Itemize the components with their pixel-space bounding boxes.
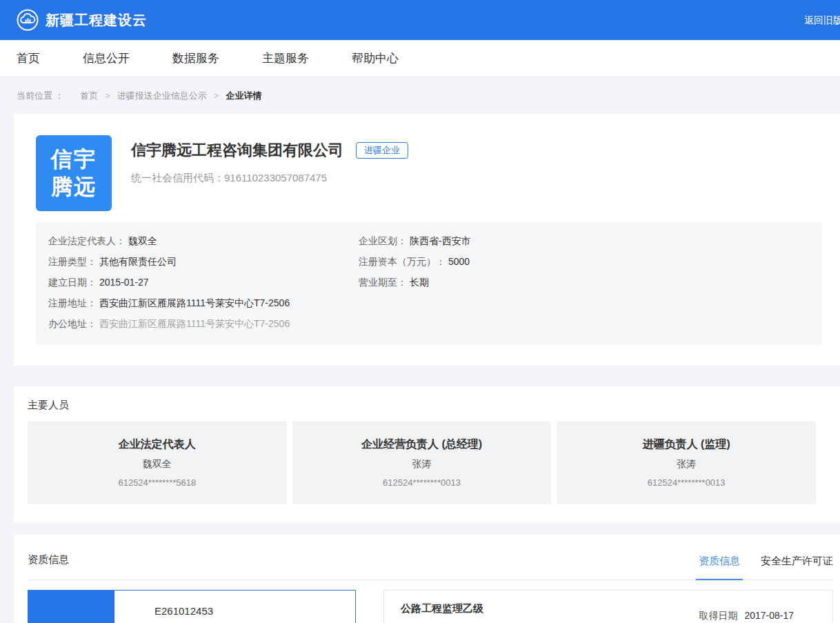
info-row-business-term: 营业期至：长期: [359, 272, 471, 293]
certificate-card[interactable]: E261012453: [28, 590, 356, 623]
date-label: 取得日期: [699, 610, 737, 621]
breadcrumb-enterprise-list[interactable]: 进疆报送企业信息公示: [117, 90, 207, 102]
info-row-establish-date: 建立日期：2015-01-27: [48, 272, 359, 293]
certificate-thumbnail: [28, 591, 114, 623]
company-name: 信宇腾远工程咨询集团有限公司: [131, 140, 343, 161]
qualification-date: 取得日期2017-08-17: [699, 610, 794, 622]
credit-code-label: 统一社会信用代码：: [131, 172, 224, 184]
breadcrumb-separator: >: [214, 90, 219, 101]
app-title: 新疆工程建设云: [46, 11, 147, 30]
info-row-registered-capital: 注册资本（万元）：5000: [359, 251, 471, 272]
date-value: 2017-08-17: [744, 610, 794, 621]
qualification-section-title: 资质信息: [28, 553, 69, 580]
main-nav: 首页 信息公开 数据服务 主题服务 帮助中心: [0, 40, 840, 77]
cloud-logo-icon: [17, 9, 39, 31]
credit-code-value: 916110233057087475: [224, 172, 327, 184]
qualification-tabs: 资质信息 安全生产许可证: [678, 555, 833, 580]
tab-qualification-info[interactable]: 资质信息: [699, 555, 740, 580]
back-to-old-version-link[interactable]: 返回旧版: [804, 14, 840, 27]
info-row-office-address: 办公地址：西安曲江新区雁展路1111号莱安中心T7-2506: [48, 313, 359, 334]
person-card-legal-rep: 企业法定代表人 魏双全 612524********5618: [28, 422, 287, 504]
company-info-card: 信宇 腾远 信宇腾远工程咨询集团有限公司 进疆企业 统一社会信用代码：91611…: [14, 114, 840, 366]
personnel-section-title: 主要人员: [28, 399, 840, 412]
breadcrumb-home[interactable]: 首页: [80, 90, 98, 102]
breadcrumb-separator: >: [105, 90, 110, 101]
certificate-number: E261012453: [154, 605, 213, 617]
person-card-general-manager: 企业经营负责人 (总经理) 张涛 612524********0013: [292, 422, 552, 504]
top-header-bar: 新疆工程建设云 返回旧版: [0, 0, 840, 40]
enterprise-type-badge: 进疆企业: [356, 142, 408, 159]
info-row-registered-address: 注册地址：西安曲江新区雁展路1111号莱安中心T7-2506: [48, 293, 359, 313]
person-card-xinjiang-supervisor: 进疆负责人 (监理) 张涛 612524********0013: [557, 422, 816, 504]
info-row-region: 企业区划：陕西省-西安市: [359, 230, 471, 251]
qualification-section: 资质信息 资质信息 安全生产许可证 E261012453 公路工程监理乙级 状态…: [14, 535, 840, 623]
breadcrumb-prefix: 当前位置 ：: [17, 90, 64, 102]
nav-item-theme-services[interactable]: 主题服务: [262, 50, 309, 66]
info-row-registration-type: 注册类型：其他有限责任公司: [48, 251, 359, 272]
info-row-legal-rep: 企业法定代表人：魏双全: [48, 230, 359, 251]
certificate-detail-card[interactable]: 公路工程监理乙级 状态可用 取得日期2017-08-17: [383, 590, 833, 623]
credit-code-line: 统一社会信用代码：916110233057087475: [131, 172, 408, 185]
company-detail-box: 企业法定代表人：魏双全 注册类型：其他有限责任公司 建立日期：2015-01-2…: [36, 222, 822, 345]
nav-item-help-center[interactable]: 帮助中心: [352, 50, 399, 66]
company-logo: 信宇 腾远: [36, 135, 112, 211]
nav-item-home[interactable]: 首页: [17, 50, 40, 66]
nav-item-info-disclosure[interactable]: 信息公开: [83, 50, 130, 66]
nav-item-data-services[interactable]: 数据服务: [172, 50, 219, 66]
breadcrumb: 当前位置 ： 首页 > 进疆报送企业信息公示 > 企业详情: [0, 77, 840, 114]
key-personnel-section: 主要人员 企业法定代表人 魏双全 612524********5618 企业经营…: [14, 386, 840, 522]
breadcrumb-current: 企业详情: [226, 90, 261, 102]
tab-safety-production-license[interactable]: 安全生产许可证: [761, 555, 833, 580]
